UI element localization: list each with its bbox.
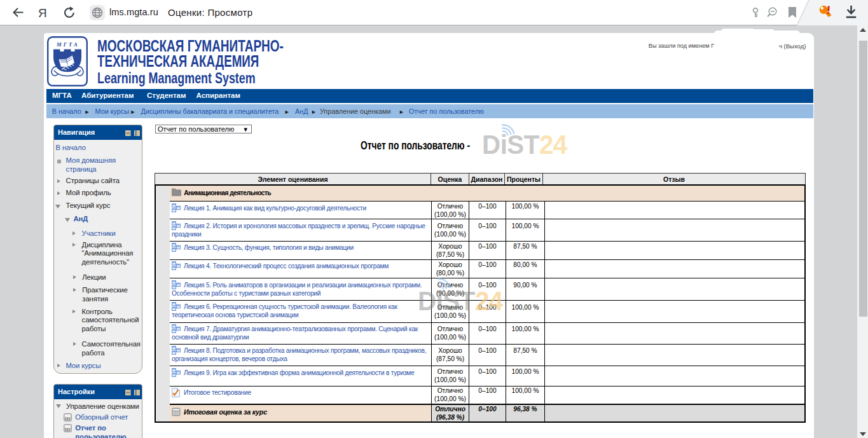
svg-text:МГТА: МГТА	[56, 41, 79, 48]
